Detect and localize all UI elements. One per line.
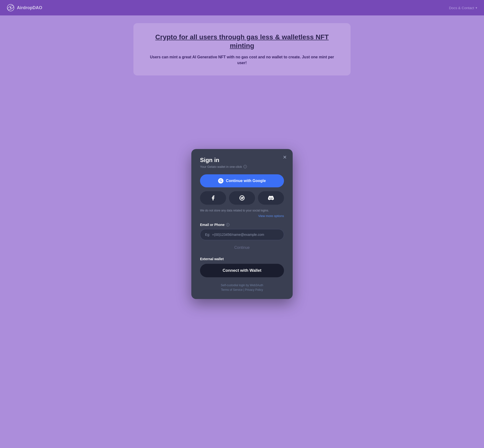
- email-info-icon: i: [226, 223, 230, 226]
- discord-signin-button[interactable]: [258, 191, 284, 205]
- google-button-label: Continue with Google: [226, 179, 266, 183]
- svg-point-10: [243, 198, 244, 198]
- email-section-label: Email or Phone i: [200, 223, 284, 227]
- modal-subtitle: Your Gelato wallet in one-click i: [200, 165, 284, 168]
- modal-footer: Self-custodial login by Web3Auth Terms o…: [200, 283, 284, 292]
- sign-in-modal: ✕ Sign in Your Gelato wallet in one-clic…: [191, 149, 293, 299]
- external-wallet-label: External wallet: [200, 257, 284, 261]
- terms-of-service-link[interactable]: Terms of Service: [221, 288, 242, 291]
- svg-point-7: [242, 198, 243, 199]
- reddit-icon: [239, 195, 245, 201]
- facebook-signin-button[interactable]: [200, 191, 226, 205]
- powered-by-text: Self-custodial login by Web3Auth: [200, 283, 284, 288]
- footer-links: Terms of Service | Privacy Policy: [200, 288, 284, 292]
- google-icon: G: [218, 178, 223, 184]
- reddit-signin-button[interactable]: [229, 191, 255, 205]
- info-icon: i: [243, 165, 247, 168]
- privacy-notice: We do not store any data related to your…: [200, 208, 284, 213]
- google-signin-button[interactable]: G Continue with Google: [200, 174, 284, 187]
- close-button[interactable]: ✕: [282, 154, 288, 160]
- social-buttons-row: [200, 191, 284, 205]
- email-phone-input[interactable]: [200, 229, 284, 240]
- discord-icon: [268, 195, 274, 201]
- svg-point-11: [240, 198, 241, 198]
- continue-email-button[interactable]: Continue: [200, 243, 284, 252]
- modal-title: Sign in: [200, 157, 284, 163]
- privacy-policy-link[interactable]: Privacy Policy: [245, 288, 263, 291]
- facebook-icon: [210, 195, 216, 201]
- view-more-options-container: View more options: [200, 214, 284, 218]
- footer-separator: |: [243, 288, 244, 291]
- connect-wallet-button[interactable]: Connect with Wallet: [200, 264, 284, 277]
- view-more-options-link[interactable]: View more options: [258, 214, 284, 218]
- svg-point-6: [241, 198, 242, 199]
- modal-overlay: ✕ Sign in Your Gelato wallet in one-clic…: [0, 0, 484, 448]
